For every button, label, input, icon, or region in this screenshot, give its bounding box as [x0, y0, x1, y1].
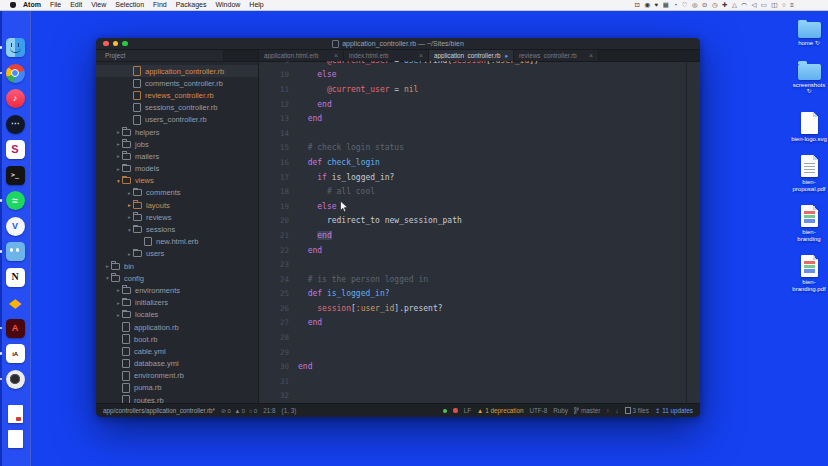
- code-line-14[interactable]: 14: [259, 126, 700, 141]
- code-line-24[interactable]: 24 # is the person logged in: [259, 272, 700, 287]
- tree-folder-helpers[interactable]: ▸helpers: [96, 126, 258, 138]
- code-line-30[interactable]: 30end: [259, 359, 700, 374]
- updates-badge[interactable]: ↥ 11 updates: [655, 407, 693, 414]
- menu-list-icon[interactable]: ≡: [790, 0, 794, 10]
- menu-atom[interactable]: Atom: [23, 0, 41, 10]
- grammar[interactable]: Ruby: [553, 407, 568, 414]
- tree-file-reviews-controller-rb[interactable]: reviews_controller.rb: [96, 89, 258, 101]
- code-line-15[interactable]: 15 # check login status: [259, 141, 700, 156]
- chevron-right-icon[interactable]: ▸: [115, 129, 122, 135]
- status-icon-6[interactable]: ♡: [682, 0, 688, 10]
- changed-files-badge[interactable]: 3 files: [625, 407, 649, 414]
- line-ending[interactable]: LF: [464, 407, 471, 414]
- tree-folder-comments[interactable]: ▸comments: [96, 187, 258, 199]
- code-editor[interactable]: 9 @current_user = User.find(session[:use…: [259, 61, 700, 404]
- code-line-23[interactable]: 23: [259, 257, 700, 272]
- code-line-9[interactable]: 9 @current_user = User.find(session[:use…: [259, 61, 700, 68]
- close-window-button[interactable]: [103, 41, 109, 47]
- acrobat-dock-icon[interactable]: A: [6, 319, 25, 338]
- tree-file-database-yml[interactable]: database.yml: [96, 358, 258, 370]
- cursor-position[interactable]: 21:8: [263, 407, 275, 414]
- chevron-right-icon[interactable]: ▸: [126, 190, 133, 196]
- tab-application-html-erb[interactable]: application.html.erb×: [259, 50, 344, 61]
- menu-help[interactable]: Help: [249, 0, 263, 10]
- chrome-dock-icon[interactable]: [6, 64, 25, 83]
- tree-file-sessions-controller-rb[interactable]: sessions_controller.rb: [96, 102, 258, 114]
- tree-file-comments-controller-rb[interactable]: comments_controller.rb: [96, 77, 258, 89]
- status-icon-3[interactable]: ♥: [655, 0, 659, 10]
- git-pull-icon[interactable]: ↓: [615, 407, 618, 414]
- code-line-21[interactable]: 21 end: [259, 228, 700, 243]
- tree-file-application-controller-rb[interactable]: application_controller.rb: [96, 65, 258, 77]
- chevron-right-icon[interactable]: ▸: [104, 263, 111, 269]
- status-icon-9[interactable]: ◷: [712, 0, 718, 10]
- code-line-11[interactable]: 11 @current_user = nil: [259, 82, 700, 97]
- desktop-icon-home[interactable]: home ↻: [791, 22, 827, 47]
- status-icon-5[interactable]: ◔: [673, 0, 677, 10]
- chevron-down-icon[interactable]: ▾: [104, 275, 111, 281]
- tree-folder-layouts[interactable]: ▸layouts: [96, 199, 258, 211]
- tree-folder-environments[interactable]: ▸environments: [96, 284, 258, 296]
- finder-dock-icon[interactable]: [6, 38, 25, 57]
- apple-menu-icon[interactable]: [10, 2, 16, 8]
- editor-scrollbar[interactable]: [686, 61, 700, 404]
- project-tab[interactable]: Project: [96, 50, 224, 61]
- tree-file-application-rb[interactable]: application.rb: [96, 321, 258, 333]
- chevron-right-icon[interactable]: ▸: [115, 287, 122, 293]
- code-line-32[interactable]: 32: [259, 389, 700, 404]
- tree-folder-jobs[interactable]: ▸jobs: [96, 138, 258, 150]
- tree-file-puma-rb[interactable]: puma.rb: [96, 382, 258, 394]
- terminal-dock-icon[interactable]: >_: [6, 166, 25, 185]
- chevron-right-icon[interactable]: ▸: [115, 166, 122, 172]
- git-push-icon[interactable]: ↑: [606, 407, 609, 414]
- encoding[interactable]: UTF-8: [529, 407, 547, 414]
- code-line-16[interactable]: 16 def check_login: [259, 155, 700, 170]
- search-icon[interactable]: ○: [782, 0, 786, 10]
- code-line-20[interactable]: 20 redirect_to new_session_path: [259, 214, 700, 229]
- chevron-right-icon[interactable]: ▸: [115, 312, 122, 318]
- document-dock-icon[interactable]: [8, 430, 23, 448]
- tree-folder-users[interactable]: ▸users: [96, 248, 258, 260]
- status-icon-1[interactable]: ⊡: [635, 0, 640, 10]
- status-icon-8[interactable]: ⊙: [702, 0, 707, 10]
- close-tab-icon[interactable]: ×: [334, 52, 338, 59]
- tree-file-boot-rb[interactable]: boot.rb: [96, 333, 258, 345]
- tree-folder-reviews[interactable]: ▸reviews: [96, 211, 258, 223]
- menu-edit[interactable]: Edit: [70, 0, 82, 10]
- tree-file-cable-yml[interactable]: cable.yml: [96, 345, 258, 357]
- messages-dock-icon[interactable]: ⋯: [6, 115, 25, 134]
- tree-folder-config[interactable]: ▾config: [96, 272, 258, 284]
- chevron-right-icon[interactable]: ▸: [115, 153, 122, 159]
- display-icon[interactable]: ▭: [761, 0, 767, 10]
- code-line-19[interactable]: 19 else: [259, 199, 700, 214]
- chevron-down-icon[interactable]: ▾: [126, 227, 133, 233]
- tree-folder-mailers[interactable]: ▸mailers: [96, 150, 258, 162]
- close-tab-icon[interactable]: ×: [419, 52, 423, 59]
- chevron-right-icon[interactable]: ▸: [126, 251, 133, 257]
- slack-dock-icon[interactable]: S: [6, 140, 25, 159]
- tree-file-new-html-erb[interactable]: new.html.erb: [96, 236, 258, 248]
- code-line-25[interactable]: 25 def is_logged_in?: [259, 287, 700, 302]
- code-line-10[interactable]: 10 else: [259, 68, 700, 83]
- code-line-22[interactable]: 22 end: [259, 243, 700, 258]
- git-branch[interactable]: master: [574, 407, 600, 414]
- menu-selection[interactable]: Selection: [115, 0, 144, 10]
- pdf-document-dock-icon[interactable]: [8, 405, 23, 423]
- tree-folder-initializers[interactable]: ▸initializers: [96, 297, 258, 309]
- menu-file[interactable]: File: [50, 0, 61, 10]
- notion-dock-icon[interactable]: N: [6, 268, 25, 287]
- chevron-right-icon[interactable]: ▸: [126, 202, 133, 208]
- media-player-dock-icon[interactable]: [6, 370, 25, 389]
- tab-application-controller-rb[interactable]: application_controller.rb●: [429, 50, 514, 61]
- status-icon-10[interactable]: ✚: [722, 0, 727, 10]
- tab-index-html-erb[interactable]: index.html.erb×: [344, 50, 429, 61]
- wifi-icon[interactable]: ◠: [741, 0, 747, 10]
- sketch-dock-icon[interactable]: ◆: [6, 295, 25, 310]
- window-titlebar[interactable]: application_controller.rb — ~/Sites/bien: [96, 38, 700, 50]
- tweetbot-dock-icon[interactable]: [6, 242, 25, 261]
- file-path[interactable]: app/controllers/application_controller.r…: [103, 407, 215, 414]
- chevron-down-icon[interactable]: ▾: [115, 178, 122, 184]
- status-icon-7[interactable]: ◎: [692, 0, 698, 10]
- tree-folder-sessions[interactable]: ▾sessions: [96, 223, 258, 235]
- code-line-26[interactable]: 26 session[:user_id].present?: [259, 301, 700, 316]
